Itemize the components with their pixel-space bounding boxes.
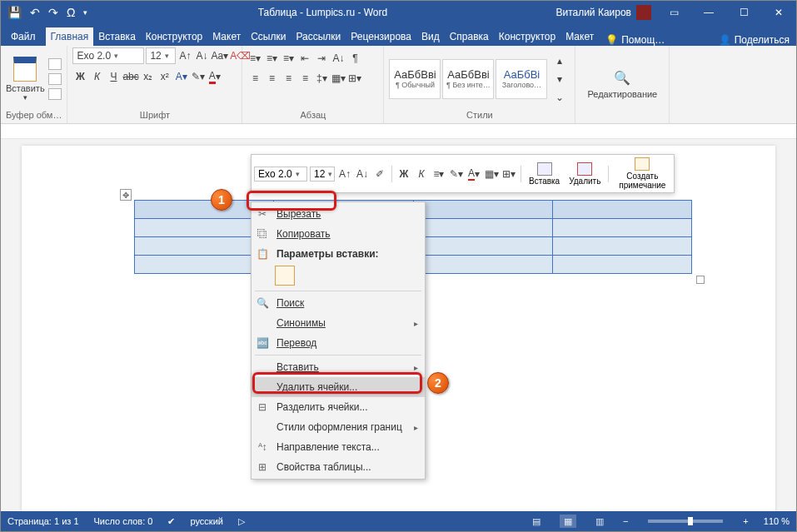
find-icon[interactable]: 🔍: [614, 70, 630, 86]
style-heading[interactable]: АаБбВіЗаголово…: [496, 59, 547, 99]
maximize-button[interactable]: ☐: [726, 1, 761, 24]
ruler[interactable]: [1, 124, 796, 139]
zoom-level[interactable]: 110 %: [764, 516, 790, 526]
tab-insert[interactable]: Вставка: [93, 27, 141, 46]
strike-button[interactable]: abc: [122, 69, 138, 84]
table-resize-handle[interactable]: [696, 276, 705, 284]
mini-grow-icon[interactable]: A↑: [337, 167, 352, 181]
paste-button[interactable]: Вставить ▾: [6, 57, 45, 102]
share-button[interactable]: 👤 Поделиться: [712, 34, 796, 46]
ctx-synonyms[interactable]: Синонимы▸: [252, 313, 425, 333]
mini-borders-icon[interactable]: ⊞▾: [501, 167, 516, 181]
view-web-icon[interactable]: ▥: [591, 515, 608, 528]
styles-more-icon[interactable]: ⌄: [552, 90, 567, 105]
save-icon[interactable]: 💾: [7, 6, 22, 19]
tab-table-design[interactable]: Конструктор: [494, 27, 560, 46]
mini-font-combo[interactable]: Exo 2.0▾: [254, 167, 307, 181]
ctx-insert[interactable]: Вставить▸: [252, 357, 425, 377]
styles-down-icon[interactable]: ▾: [552, 72, 567, 87]
qat-customize-icon[interactable]: ▾: [83, 8, 87, 17]
mini-format-painter-icon[interactable]: ✐: [372, 167, 387, 181]
font-color-icon[interactable]: A▾: [207, 69, 222, 84]
tab-table-layout[interactable]: Макет: [560, 27, 599, 46]
tab-review[interactable]: Рецензирова: [346, 27, 416, 46]
close-button[interactable]: ✕: [761, 1, 796, 24]
tell-me[interactable]: 💡 Помощ…: [599, 34, 671, 46]
outdent-icon[interactable]: ⇤: [297, 51, 312, 66]
italic-button[interactable]: К: [89, 69, 104, 84]
mini-shading-icon[interactable]: ▦▾: [484, 167, 499, 181]
tab-references[interactable]: Ссылки: [246, 27, 291, 46]
bold-button[interactable]: Ж: [72, 69, 87, 84]
user-account[interactable]: Виталий Каиров: [550, 5, 656, 20]
align-right-icon[interactable]: ≡: [281, 71, 296, 86]
status-lang[interactable]: русский: [190, 516, 222, 526]
multilevel-icon[interactable]: ≡▾: [281, 51, 296, 66]
mini-size-combo[interactable]: 12▾: [310, 167, 335, 181]
view-read-icon[interactable]: ▤: [528, 515, 545, 528]
grow-font-icon[interactable]: A↑: [177, 48, 192, 63]
format-painter-icon[interactable]: [48, 88, 62, 100]
status-macro-icon[interactable]: ▷: [238, 516, 245, 527]
justify-icon[interactable]: ≡: [297, 71, 312, 86]
mini-italic-button[interactable]: К: [414, 167, 429, 181]
tab-file[interactable]: Файл: [1, 27, 46, 46]
ctx-search[interactable]: 🔍Поиск: [252, 293, 425, 313]
ctx-split-cells[interactable]: ⊟Разделить ячейки...: [252, 397, 425, 417]
cut-icon[interactable]: [48, 58, 62, 70]
sort-icon[interactable]: A↓: [331, 51, 346, 66]
align-center-icon[interactable]: ≡: [264, 71, 279, 86]
redo-icon[interactable]: ↷: [48, 6, 58, 19]
mini-highlight-icon[interactable]: ✎▾: [449, 167, 464, 181]
tab-view[interactable]: Вид: [416, 27, 445, 46]
ctx-cut[interactable]: ✂Вырезать: [252, 204, 425, 224]
ctx-translate[interactable]: 🔤Перевод: [252, 333, 425, 353]
tab-help[interactable]: Справка: [445, 27, 494, 46]
mini-comment-button[interactable]: Создать примечание: [613, 157, 671, 190]
shrink-font-icon[interactable]: A↓: [194, 48, 209, 63]
mini-fontcolor-icon[interactable]: A▾: [466, 167, 481, 181]
view-print-icon[interactable]: ▦: [560, 515, 576, 528]
mini-shrink-icon[interactable]: A↓: [355, 167, 370, 181]
styles-up-icon[interactable]: ▴: [552, 53, 567, 68]
zoom-out-button[interactable]: −: [623, 516, 628, 526]
borders-icon[interactable]: ⊞▾: [347, 71, 362, 86]
equation-icon[interactable]: Ω: [67, 6, 75, 19]
bullets-icon[interactable]: ≡▾: [247, 51, 262, 66]
styles-gallery[interactable]: АаБбВві¶ Обычный АаБбВві¶ Без инте… АаБб…: [389, 59, 547, 99]
ctx-copy[interactable]: ⿻Копировать: [252, 224, 425, 244]
ctx-delete-cells[interactable]: Удалить ячейки...: [252, 377, 425, 397]
change-case-icon[interactable]: Aa▾: [211, 48, 228, 63]
zoom-in-button[interactable]: +: [743, 516, 748, 526]
ctx-border-styles[interactable]: Стили оформления границ▸: [252, 417, 425, 437]
style-normal[interactable]: АаБбВві¶ Обычный: [389, 59, 441, 99]
table-move-handle[interactable]: ✥: [120, 189, 132, 201]
subscript-button[interactable]: x₂: [141, 69, 156, 84]
font-size-combo[interactable]: 12▾: [146, 47, 176, 64]
show-marks-icon[interactable]: ¶: [347, 51, 362, 66]
status-page[interactable]: Страница: 1 из 1: [7, 516, 79, 526]
tab-design[interactable]: Конструктор: [141, 27, 207, 46]
ctx-text-direction[interactable]: ᴬ↕Направление текста...: [252, 437, 425, 457]
ribbon-options-icon[interactable]: ▭: [656, 1, 691, 24]
tab-home[interactable]: Главная: [46, 27, 94, 46]
font-name-combo[interactable]: Exo 2.0▾: [72, 47, 144, 64]
ctx-table-props[interactable]: ⊞Свойства таблицы...: [252, 457, 425, 477]
line-spacing-icon[interactable]: ‡▾: [314, 71, 329, 86]
shading-icon[interactable]: ▦▾: [331, 71, 346, 86]
highlight-icon[interactable]: ✎▾: [191, 69, 206, 84]
style-nospace[interactable]: АаБбВві¶ Без инте…: [442, 59, 494, 99]
align-left-icon[interactable]: ≡: [247, 71, 262, 86]
undo-icon[interactable]: ↶: [30, 6, 40, 19]
superscript-button[interactable]: x²: [157, 69, 172, 84]
tab-mailings[interactable]: Рассылки: [291, 27, 346, 46]
indent-icon[interactable]: ⇥: [314, 51, 329, 66]
mini-align-icon[interactable]: ≡▾: [431, 167, 446, 181]
copy-icon[interactable]: [48, 73, 62, 85]
paste-option-1[interactable]: [275, 266, 295, 286]
numbering-icon[interactable]: ≡▾: [264, 51, 279, 66]
status-words[interactable]: Число слов: 0: [94, 516, 153, 526]
text-effects-icon[interactable]: A▾: [174, 69, 189, 84]
tab-layout[interactable]: Макет: [207, 27, 246, 46]
status-proof-icon[interactable]: ✔: [167, 516, 175, 527]
